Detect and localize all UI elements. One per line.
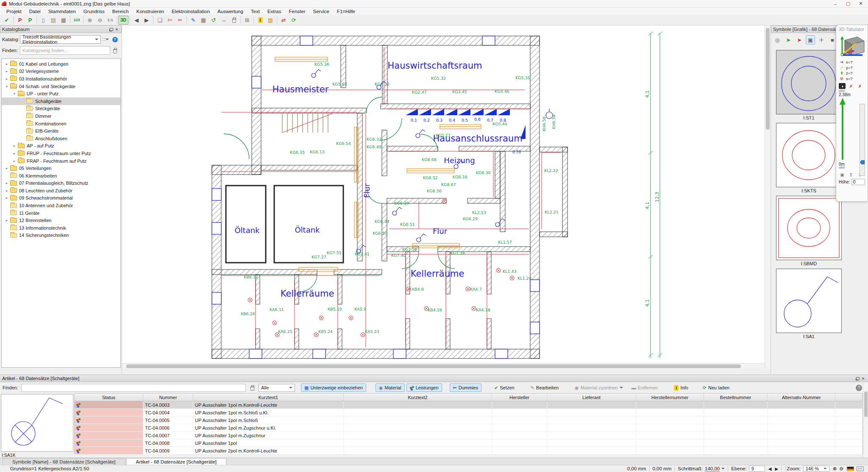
language-flag-icon[interactable] [847,466,854,471]
column-header[interactable]: Status [75,394,143,401]
menu-hilfe[interactable]: F1=Hilfe [333,9,359,14]
table-row[interactable]: TC-04.0006 UP Ausschalter 1pol m.Zugschn… [75,424,862,432]
tab-symbole[interactable]: Symbole [Name] - 68 Datensätze [Schaltge… [3,458,125,465]
column-header[interactable]: Hersteller [492,394,547,401]
chevron-down-icon[interactable] [721,468,725,469]
close-panel-icon[interactable]: ✕ [114,27,120,32]
close-panel-icon[interactable]: ✕ [860,376,866,381]
neu-laden-button[interactable]: ⟳Neu laden [699,383,733,392]
tree-item[interactable]: ▸02 Verlegesysteme [2,68,120,75]
zoom-in-icon[interactable]: ⊕ [833,466,837,472]
move-cross-icon[interactable]: ✛ [817,35,826,44]
keyboard-icon[interactable]: ▪▪▪ [857,466,864,471]
tree-item[interactable]: 10 Antennen und Zubehör [2,202,120,209]
float-panel-icon[interactable] [108,27,114,32]
move-symbol-icon[interactable]: ✄ [165,16,175,25]
tree-item[interactable]: ▸12 Brennstellen [2,217,120,224]
ebene-next-arrow[interactable]: ▶ [775,466,778,471]
no-snap-icon-2[interactable]: ✗ [857,83,863,89]
tree-item[interactable]: ▸07 Potentialausgleich, Blitzschutz [2,180,120,187]
zoom-in-icon[interactable]: ⊕ [85,16,95,25]
menu-projekt[interactable]: Projekt [3,9,25,14]
table-icon[interactable]: ▦ [198,16,209,25]
film-icon[interactable]: ▣ [839,172,846,178]
katalog-dropdown[interactable]: Treesoft Basisleistungen Elektroinstalla… [20,35,101,44]
bearbeiten-button[interactable]: ✎Bearbeiten [527,383,562,392]
tree-item[interactable]: Kombinationen [2,120,120,128]
refresh-icon[interactable]: ↺ [209,16,219,25]
canvas-horizontal-scrollbar[interactable] [122,363,765,369]
entfernen-button[interactable]: ▬Entfernen [628,383,662,392]
drawing-canvas[interactable]: 0.10.2 0.30.4 0.50.6 0.70.8 0.70 [122,25,765,363]
tree-item[interactable]: EIB-Geräte [2,127,120,135]
tree-item[interactable]: ▸05 Verteilungen [2,164,120,172]
symbol-card[interactable] [776,50,842,114]
menu-datei[interactable]: Datei [25,9,45,14]
tree-item[interactable]: Anschlußdosen [2,135,120,142]
unterzweige-button[interactable]: ▦Unterzweige einbeziehen [301,383,366,392]
zoom-loupe-icon[interactable]: ◎ [773,35,782,44]
table-row[interactable]: TC-04.0004 UP Ausschalter 1pol m.Schloß … [75,409,862,416]
material-zuordnen-button[interactable]: ◉Material zuordnen [571,383,626,392]
pin-up-icon[interactable]: ↥ [848,172,854,178]
menu-fenster[interactable]: Fenster [285,9,309,14]
nav-back-icon[interactable]: ◀ [131,16,142,25]
leistungen-button[interactable]: Leistungen [406,383,442,392]
article-search-input[interactable] [21,384,246,392]
tree-item[interactable]: 11 Geräte [2,209,120,217]
menu-extras[interactable]: Extras [264,9,285,14]
float-panel-icon[interactable] [855,376,860,381]
project-red-icon[interactable]: P [15,16,25,25]
minimize-button[interactable]: – [829,0,842,7]
setzen-button[interactable]: ✔Setzen [491,383,517,392]
menu-auswertung[interactable]: Auswertung [214,9,247,14]
numbers-icon[interactable]: 123 [72,16,82,25]
rotate-symbol-icon[interactable]: ✂ [175,16,185,25]
tab-artikel[interactable]: Artikel - 68 Datensätze [Schaltgeräte] [126,458,227,465]
tree-item[interactable]: ▸09 Schwachstrommaterial [2,194,120,202]
remove-red-icon[interactable]: ➤ [795,35,804,44]
column-header[interactable]: Alternativ-Nummer [768,394,835,401]
column-header[interactable]: Kurztext2 [344,394,492,401]
panel-view-toggle[interactable]: ▣ [806,35,815,44]
column-header[interactable]: Kurztext1 [193,394,344,401]
project-green-icon[interactable]: P [25,16,35,25]
tree-item[interactable]: ▾UP - unter Putz [2,90,120,97]
info-icon[interactable]: i [255,16,265,25]
tree-item[interactable]: ▸01 Kabel und Leitungen [2,60,120,68]
hoehe-input[interactable] [851,179,865,185]
contrast-icon[interactable]: ◑ [839,83,846,89]
edit-pencil-icon[interactable]: ✎ [188,16,198,25]
zoom-value[interactable]: 146 % [803,466,829,472]
tree-item[interactable]: ▾04 Schalt- und Steckgeräte [2,83,120,90]
zoom-out-icon[interactable]: ⊖ [839,466,843,472]
material-button[interactable]: ◉Material [376,383,405,392]
height-slider-thumb[interactable] [860,160,865,164]
confirm-check-icon[interactable]: ✔ [2,16,12,25]
close-button[interactable]: ✕ [854,0,867,7]
table-row[interactable]: TC-04.0005 UP Ausschalter 1pol m.Schloß [75,416,862,424]
zoom-out-icon[interactable]: ⊖ [95,16,105,25]
print-icon[interactable]: ▦ [58,16,69,25]
catalog-search-input[interactable] [20,46,110,55]
tree-item-selected[interactable]: Schaltgeräte [2,97,120,105]
info-button[interactable]: iInfo [670,383,691,392]
maximize-button[interactable]: ▢ [842,0,854,7]
help-icon[interactable]: ? [110,35,120,44]
menu-service[interactable]: Service [309,9,333,14]
tree-item[interactable]: 14 Sicherungstechniken [2,232,120,239]
menu-text[interactable]: Text [247,9,264,14]
menu-stammdaten[interactable]: Stammdaten [45,9,80,14]
open-folder-icon[interactable]: ▤ [48,16,58,25]
table-row[interactable]: TC-04.0009 UP Ausschalter 2pol m.Kontrol… [75,447,862,455]
table-row[interactable]: TC-04.0003 UP Ausschalter 1pol m.Kontrol… [75,401,862,409]
table-row[interactable]: TC-04.0007 UP Ausschalter 1pol m.Zugschn… [75,432,862,439]
filter-dropdown[interactable]: Alle [259,384,295,392]
dummies-button[interactable]: ✄Dummies [450,383,482,392]
sync-icon[interactable]: ⟳ [289,16,299,25]
column-header[interactable]: Herstellernummer [636,394,704,401]
column-header[interactable]: Nummer [143,394,193,401]
schrittmass-value[interactable]: 140,00 [705,466,720,472]
calculator-icon[interactable]: ⊞ [242,16,252,25]
tree-item[interactable]: ▸03 Installationszubehör [2,75,120,83]
